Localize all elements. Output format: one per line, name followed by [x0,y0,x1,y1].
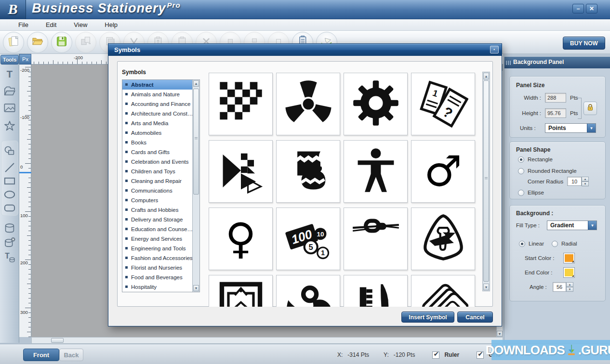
category-item[interactable]: Computers [122,195,193,205]
category-scrollbar[interactable]: ▲ ▼ [192,80,199,292]
horizontal-scrollbar[interactable] [31,337,503,344]
menu-help[interactable]: Help [98,20,124,29]
symbol-male-symbol[interactable]: ♂ [411,140,475,203]
ellipse-radio[interactable] [518,190,524,196]
symbol-comb-and-knife[interactable] [344,275,408,307]
category-item[interactable]: Crafts and Hobbies [122,205,193,215]
shapes-tool[interactable] [2,144,17,160]
corner-radius-spinner[interactable]: ▲▼ [582,177,589,186]
symbol-tickets[interactable]: 1? [411,73,475,135]
category-scroll-thumb[interactable] [193,89,199,195]
symbol-checkerboard[interactable] [209,73,273,135]
scroll-up-icon[interactable]: ▲ [483,73,489,79]
end-color-swatch[interactable] [563,267,575,278]
open-file-button[interactable] [27,32,48,53]
symbol-price-tags[interactable]: 1001051 [276,208,340,270]
symbol-napkins[interactable] [411,275,475,307]
category-item[interactable]: Fashion and Accessories [122,253,193,263]
category-item[interactable]: Children and Toys [122,167,193,176]
horizontal-scroll-thumb[interactable] [51,338,64,343]
import-tool[interactable] [2,85,17,100]
minimize-button[interactable]: – [572,4,584,13]
symbol-abstract-triangles[interactable] [209,140,273,203]
spinner-down-icon[interactable]: ▼ [582,182,589,186]
menu-file[interactable]: File [12,20,35,29]
category-item[interactable]: Animals and Nature [122,90,193,99]
scroll-down-icon[interactable]: ▼ [483,284,489,290]
tab-front[interactable]: Front [23,349,59,361]
dialog-close-button[interactable]: ▪ [490,46,499,53]
buy-now-button[interactable]: BUY NOW [563,37,605,50]
angle-spinner[interactable]: ▲▼ [566,282,573,292]
symbol-radiation[interactable] [276,73,340,135]
category-item[interactable]: Food and Beverages [122,273,193,282]
ruler-units-label[interactable]: Px [19,54,31,65]
scroll-down-icon[interactable]: ▼ [193,285,199,291]
category-item[interactable]: Engineering and Tools [122,244,193,253]
category-item[interactable]: Energy and Services [122,234,193,244]
fill-type-dropdown[interactable]: Gradient ▼ [547,221,597,230]
database-tool[interactable] [2,221,17,237]
symbol-abstract-bird[interactable] [276,275,340,307]
symbol-female-symbol[interactable]: ♀ [209,208,273,270]
category-item[interactable]: Celebration and Events [122,157,193,167]
units-dropdown[interactable]: Points ▼ [545,123,596,133]
symbols-scroll-thumb[interactable] [483,80,489,282]
spinner-down-icon[interactable]: ▼ [566,287,573,292]
height-field[interactable]: 95.76 [545,108,566,118]
category-item[interactable]: Architecture and Constr... [122,109,193,118]
close-button[interactable]: ✕ [586,4,597,13]
radial-radio[interactable] [552,241,558,247]
symbol-clipboard-frame[interactable] [209,275,273,307]
ruler-checkbox[interactable] [432,351,439,359]
image-tool[interactable] [2,101,17,117]
category-item[interactable]: Automobiles [122,128,193,138]
rounded-rectangle-radio[interactable] [518,168,524,174]
linear-radio[interactable] [519,241,525,247]
menu-edit[interactable]: Edit [39,20,63,29]
category-item[interactable]: Books [122,138,193,147]
menu-view[interactable]: View [67,20,94,29]
clipart-tool[interactable] [2,119,17,135]
symbol-chain-link[interactable] [344,208,408,270]
spinner-up-icon[interactable]: ▲ [566,282,573,287]
symbol-warning-triangle[interactable] [411,208,475,270]
cancel-button[interactable]: Cancel [457,312,493,323]
lock-aspect-button[interactable] [583,102,597,115]
chevron-down-icon[interactable]: ▼ [588,221,597,230]
grid-checkbox[interactable] [477,351,484,359]
symbol-gear[interactable] [344,73,408,135]
start-color-swatch[interactable] [563,253,575,263]
category-item[interactable]: Cards and Gifts [122,147,193,157]
category-item[interactable]: Delivery and Storage [122,215,193,224]
category-item[interactable]: Hospitality [122,282,193,292]
x-coordinate-label: X: [337,351,343,358]
rectangle-radio[interactable] [518,156,524,163]
corner-radius-field[interactable]: 10 [567,177,582,186]
insert-symbol-button[interactable]: Insert Symbol [401,312,454,323]
database-remove-tool[interactable] [2,236,17,251]
rounded-rectangle-tool[interactable] [2,201,17,217]
width-field[interactable]: 288 [545,93,566,103]
tab-back[interactable]: Back [59,349,83,361]
scroll-down-icon[interactable]: ▼ [497,331,503,337]
symbol-person[interactable] [344,140,408,203]
text-tool[interactable]: T [2,67,17,83]
symbol-pot-with-waves[interactable] [276,140,340,203]
category-item[interactable]: Communications [122,186,193,195]
category-item[interactable]: Florist and Nurseries [122,263,193,273]
symbols-grid-scrollbar[interactable]: ▲ ▼ [482,72,490,291]
save-button[interactable] [51,32,72,53]
spinner-up-icon[interactable]: ▲ [582,177,589,182]
scroll-up-icon[interactable]: ▲ [193,80,199,87]
ruler-tick [25,163,31,164]
category-item[interactable]: Cleaning and Repair [122,176,193,186]
chevron-down-icon[interactable]: ▼ [587,124,596,132]
text-field-tool[interactable]: T [2,250,17,266]
new-document-button[interactable] [3,32,24,53]
category-item[interactable]: Education and Counselling [122,224,193,234]
angle-field[interactable]: 56 [553,282,566,292]
category-item[interactable]: Accounting and Finance [122,99,193,109]
category-item[interactable]: Arts and Media [122,118,193,128]
category-item[interactable]: Abstract [122,80,193,90]
